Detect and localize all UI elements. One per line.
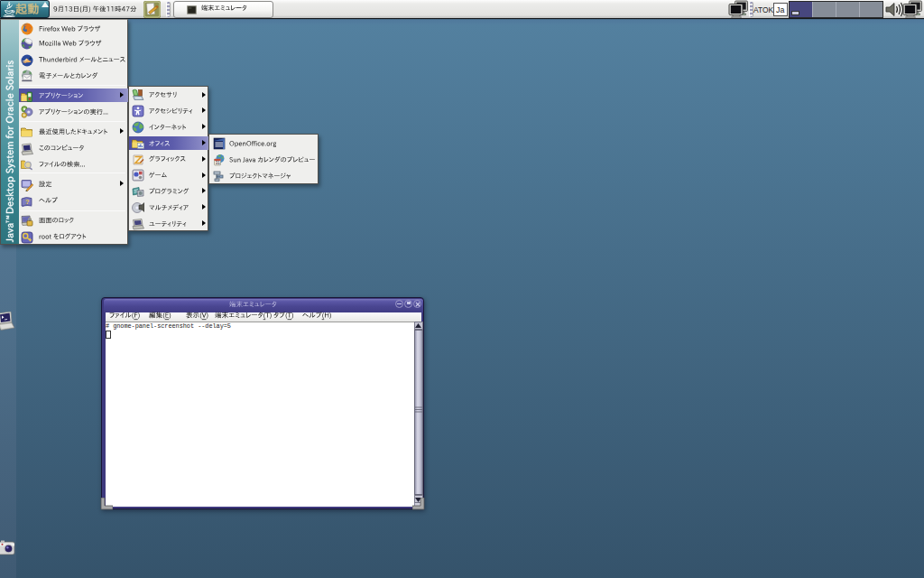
svg-text:31: 31	[216, 161, 221, 165]
svg-text:?: ?	[25, 197, 30, 205]
